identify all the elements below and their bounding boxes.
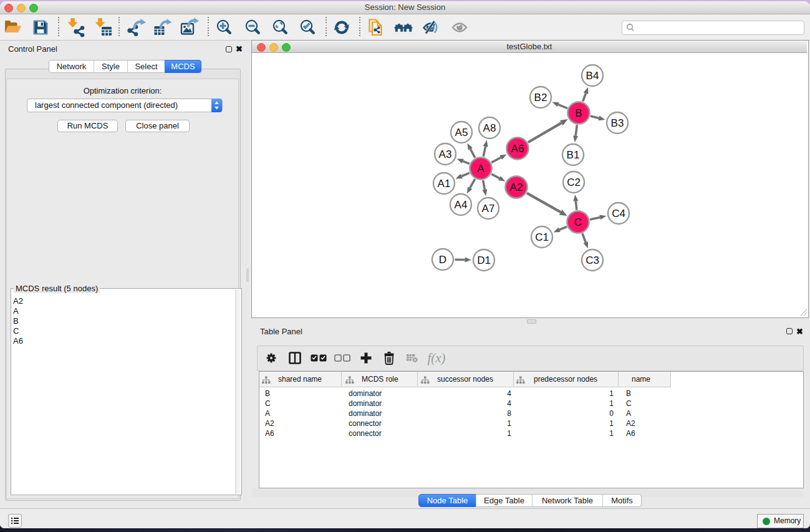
- svg-text:A4: A4: [455, 199, 468, 211]
- svg-text:A: A: [477, 163, 485, 175]
- svg-text:B2: B2: [534, 92, 547, 104]
- svg-text:B: B: [575, 107, 582, 119]
- svg-text:C: C: [574, 216, 582, 228]
- svg-text:A1: A1: [438, 178, 451, 190]
- svg-text:A7: A7: [482, 203, 495, 215]
- svg-text:C4: C4: [612, 208, 625, 220]
- svg-text:C2: C2: [567, 177, 581, 188]
- svg-text:A3: A3: [439, 148, 452, 160]
- svg-text:A2: A2: [510, 181, 523, 193]
- svg-text:B4: B4: [586, 70, 599, 82]
- svg-text:D1: D1: [477, 254, 491, 266]
- svg-text:B3: B3: [611, 117, 624, 129]
- svg-text:A8: A8: [483, 122, 496, 134]
- svg-text:f(x): f(x): [427, 351, 445, 365]
- svg-text:A6: A6: [511, 143, 524, 155]
- svg-text:B1: B1: [567, 149, 580, 161]
- svg-text:C3: C3: [586, 254, 599, 266]
- svg-text:C1: C1: [535, 231, 549, 243]
- svg-text:A5: A5: [455, 127, 468, 138]
- svg-text:D: D: [439, 254, 446, 266]
